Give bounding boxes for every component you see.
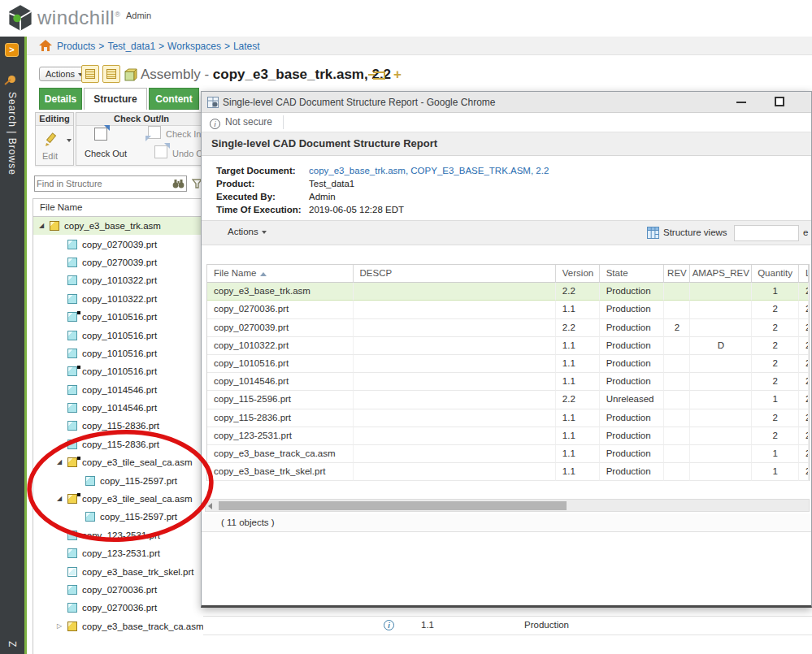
edit-dropdown-icon[interactable] xyxy=(67,139,72,142)
cell-quantity: 2 xyxy=(752,301,799,318)
report-table-row[interactable]: copy_e3_base_track_ca.asm1.1Production12… xyxy=(207,445,809,463)
caret-collapsed-icon[interactable]: ▷ xyxy=(57,622,62,630)
tree-item[interactable]: ▷copy_e3_base_track_ca.asm xyxy=(33,617,201,635)
maximize-icon[interactable] xyxy=(775,97,784,106)
tree-item[interactable]: copy_0270036.prt xyxy=(33,599,201,617)
pencil-icon[interactable] xyxy=(44,132,59,147)
tree-item[interactable]: copy_115-2597.prt xyxy=(33,471,201,489)
structure-view-button[interactable] xyxy=(102,65,120,83)
column-header-file-name[interactable]: File Name xyxy=(207,265,354,283)
cell-descp xyxy=(354,337,556,355)
find-in-structure-field xyxy=(34,175,187,192)
tree-item[interactable]: copy_0270036.prt xyxy=(33,581,201,599)
tree-item[interactable]: copy_115-2836.prt xyxy=(33,435,201,453)
column-header-amaps-rev[interactable]: AMAPS_REV xyxy=(690,265,752,283)
tree-item[interactable]: copy_1014546.prt xyxy=(33,399,201,417)
caret-expanded-icon[interactable]: ◢ xyxy=(57,495,62,502)
expand-navigator-icon[interactable]: > xyxy=(5,43,19,57)
report-table-row[interactable]: copy_e3_base_trk_skel.prt1.1Production12… xyxy=(207,463,809,481)
check-in-icon xyxy=(148,126,161,139)
tab-details[interactable]: Details xyxy=(39,88,82,110)
tree-item[interactable]: ◢copy_e3_tile_seal_ca.asm xyxy=(33,490,201,508)
popup-address-bar: iNot secure xyxy=(202,113,811,132)
tree-item[interactable]: copy_1014546.prt xyxy=(33,381,201,399)
tree-item[interactable]: copy_e3_base_trk_skel.prt xyxy=(33,562,201,580)
edit-button[interactable]: Edit xyxy=(42,151,58,161)
tab-content[interactable]: Content xyxy=(149,88,199,110)
tree-item[interactable]: copy_123-2531.prt xyxy=(33,526,201,544)
home-icon[interactable] xyxy=(39,40,52,51)
tree-item[interactable]: copy_1010516.prt xyxy=(33,308,201,326)
part-cube-icon xyxy=(67,294,77,304)
assembly-cube-icon xyxy=(67,622,77,631)
tree-item[interactable]: ◢copy_e3_tile_seal_ca.asm xyxy=(33,453,201,471)
column-header-descp[interactable]: DESCP xyxy=(354,265,556,283)
tree-item-label: copy_1014546.prt xyxy=(82,403,157,413)
popup-title-bar[interactable]: Single-level CAD Document Structure Repo… xyxy=(202,92,811,113)
cell-version: 2.2 xyxy=(556,319,600,337)
check-out-button[interactable]: Check Out xyxy=(85,149,127,158)
report-table-row[interactable]: copy_115-2596.prt2.2Unreleased120 xyxy=(207,391,809,409)
find-in-structure-input[interactable] xyxy=(37,177,167,190)
cell-last: 20 xyxy=(799,373,809,391)
cell-descp xyxy=(354,391,556,409)
cell-version: 1.1 xyxy=(556,337,600,355)
tree-item[interactable]: copy_0270039.prt xyxy=(33,253,201,271)
breadcrumb-item-workspaces[interactable]: Workspaces xyxy=(167,41,221,52)
tree-item[interactable]: copy_123-2531.prt xyxy=(33,544,201,562)
tree-item[interactable]: copy_1010322.prt xyxy=(33,271,201,289)
column-header-state[interactable]: State xyxy=(600,265,665,283)
cell-quantity: 2 xyxy=(752,355,799,373)
structure-views-label[interactable]: Structure views xyxy=(663,227,727,237)
report-table-row[interactable]: copy_0270039.prt2.2Production2220 xyxy=(207,319,809,337)
scrollbar-thumb[interactable] xyxy=(219,501,567,510)
tree-item[interactable]: copy_1010516.prt xyxy=(33,362,201,380)
report-info-label: Executed By: xyxy=(216,191,309,204)
tree-item[interactable]: copy_0270039.prt xyxy=(33,235,201,253)
breadcrumb-item-latest[interactable]: Latest xyxy=(233,41,260,52)
tree-item[interactable]: copy_115-2836.prt xyxy=(33,417,201,435)
binoculars-icon[interactable] xyxy=(172,178,185,189)
report-info-row: Time Of Execution:2019-06-05 12:28 EDT xyxy=(216,204,549,217)
not-secure-badge[interactable]: iNot secure xyxy=(210,116,272,129)
minimize-icon[interactable] xyxy=(736,102,746,103)
sidebar-search-browse-link[interactable]: Search | Browse xyxy=(7,92,18,175)
info-circle-icon[interactable]: i xyxy=(384,620,394,630)
column-header-version[interactable]: Version xyxy=(556,265,600,283)
report-table-row[interactable]: copy_1010322.prt1.1ProductionD220 xyxy=(207,337,809,355)
add-to-workspace-icon[interactable]: + xyxy=(393,67,402,83)
scroll-left-icon[interactable] xyxy=(208,503,212,509)
column-header-rev[interactable]: REV xyxy=(664,265,690,283)
cell-amaps_rev xyxy=(690,319,752,337)
tree-item[interactable]: copy_1010516.prt xyxy=(33,326,201,344)
tree-item[interactable]: copy_1010516.prt xyxy=(33,344,201,362)
cell-descp xyxy=(354,373,556,391)
tree-item[interactable]: ◢copy_e3_base_trk.asm xyxy=(33,217,201,235)
caret-expanded-icon[interactable]: ◢ xyxy=(39,222,44,229)
cell-state: Production xyxy=(600,373,665,391)
column-header-l[interactable]: L xyxy=(799,265,809,283)
report-table-row[interactable]: copy_115-2836.prt1.1Production220 xyxy=(207,409,809,427)
tab-structure[interactable]: Structure xyxy=(84,88,147,110)
breadcrumb-item-test_data1[interactable]: Test_data1 xyxy=(107,41,155,52)
structure-views-dropdown[interactable] xyxy=(734,225,799,241)
cell-descp xyxy=(354,319,556,337)
report-table-row[interactable]: copy_1010516.prt1.1Production220 xyxy=(207,355,809,373)
report-info-value[interactable]: copy_e3_base_trk.asm, COPY_E3_BASE_TRK.A… xyxy=(309,165,549,178)
column-header-quantity[interactable]: Quantity xyxy=(752,265,799,283)
report-actions-menu-button[interactable]: Actions xyxy=(228,227,267,236)
tree-item[interactable]: copy_115-2597.prt xyxy=(33,508,201,526)
document-info-button[interactable] xyxy=(81,65,99,83)
report-table-row[interactable]: copy_123-2531.prt1.1Production220 xyxy=(207,427,809,445)
check-out-icon[interactable] xyxy=(94,128,107,141)
cell-last: 20 xyxy=(799,283,809,301)
report-table-row[interactable]: copy_0270036.prt1.1Production220 xyxy=(207,301,809,318)
caret-expanded-icon[interactable]: ◢ xyxy=(57,458,62,466)
breadcrumb-item-products[interactable]: Products xyxy=(57,41,95,52)
report-table-row[interactable]: copy_e3_base_trk.asm2.2Production120 xyxy=(207,283,809,301)
report-table-row[interactable]: copy_1014546.prt1.1Production220 xyxy=(207,373,809,391)
horizontal-scrollbar[interactable] xyxy=(205,499,810,512)
tree-column-header[interactable]: File Name xyxy=(33,199,201,217)
tree-item[interactable]: copy_1010322.prt xyxy=(33,290,201,308)
pin-icon[interactable] xyxy=(8,76,15,83)
